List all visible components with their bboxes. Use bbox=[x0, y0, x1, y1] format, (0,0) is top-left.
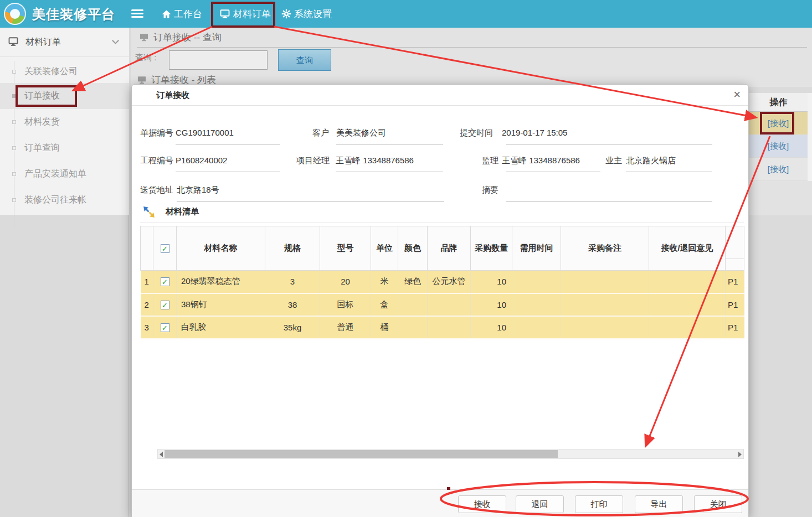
field-underline bbox=[506, 144, 712, 144]
sidebar-item-install-notice[interactable]: 产品安装通知单 bbox=[0, 161, 129, 187]
cell-brand bbox=[428, 316, 471, 339]
tree-node-icon bbox=[12, 198, 16, 202]
field-underline bbox=[336, 172, 443, 172]
field-value-address: 北京路18号 bbox=[177, 185, 219, 195]
material-table: ✓ 材料名称 规格 型号 单位 颜色 品牌 采购数量 需用时间 采购备注 接收/… bbox=[140, 226, 744, 339]
sidebar-item-related-companies[interactable]: 关联装修公司 bbox=[0, 59, 129, 85]
sidebar-group-material-order[interactable]: 材料订单 bbox=[0, 28, 129, 57]
col-brand: 品牌 bbox=[428, 226, 471, 271]
sidebar-item-company-accounts[interactable]: 装修公司往来帐 bbox=[0, 187, 129, 213]
operations-row: [接收] bbox=[749, 158, 808, 180]
brand-logo bbox=[4, 3, 26, 25]
nav-label: 系统设置 bbox=[294, 8, 332, 20]
cell-receive-opinion bbox=[649, 316, 726, 339]
divider bbox=[140, 223, 744, 223]
sidebar-item-label: 材料发货 bbox=[24, 116, 60, 128]
col-row-number bbox=[141, 226, 153, 271]
nav-label: 工作台 bbox=[174, 8, 202, 20]
query-button[interactable]: 查询 bbox=[278, 49, 331, 71]
dialog-title: 订单接收 bbox=[156, 90, 189, 101]
col-color: 颜色 bbox=[398, 226, 428, 271]
checkbox-checked-icon[interactable]: ✓ bbox=[161, 323, 169, 332]
order-receive-dialog: 订单接收 × 单据编号 CG1901170001 客户 美美装修公司 提交时间 … bbox=[131, 84, 749, 517]
horizontal-scrollbar[interactable] bbox=[157, 449, 744, 459]
tree-node-icon bbox=[12, 146, 16, 150]
col-model: 型号 bbox=[320, 226, 371, 271]
receive-button[interactable]: 接收 bbox=[458, 495, 506, 513]
sidebar-item-label: 订单查询 bbox=[24, 142, 60, 154]
field-label-manager: 项目经理 bbox=[296, 156, 330, 166]
cell-checkbox: ✓ bbox=[153, 316, 177, 339]
chevron-down-icon bbox=[112, 37, 119, 44]
scroll-left-icon[interactable] bbox=[160, 452, 163, 457]
material-list-icon bbox=[143, 206, 155, 218]
cell-model: 国标 bbox=[320, 293, 371, 316]
field-label-doc-no: 单据编号 bbox=[140, 128, 173, 138]
sidebar-item-order-query[interactable]: 订单查询 bbox=[0, 135, 129, 161]
close-button[interactable]: 关闭 bbox=[694, 495, 742, 513]
scroll-right-icon[interactable] bbox=[738, 452, 742, 457]
cell-purchase-note bbox=[561, 293, 649, 316]
cell-spec: 3 bbox=[265, 271, 320, 293]
table-edge-sliver bbox=[808, 93, 812, 181]
checkbox-checked-icon[interactable]: ✓ bbox=[161, 277, 169, 286]
cell-receive-opinion bbox=[649, 293, 726, 316]
nav-item-material-order[interactable]: 材料订单 bbox=[219, 0, 271, 28]
sidebar-item-label: 产品安装通知单 bbox=[24, 168, 86, 180]
return-button[interactable]: 退回 bbox=[516, 495, 564, 513]
field-label-customer: 客户 bbox=[312, 128, 329, 138]
field-value-project-no: P1608240002 bbox=[176, 156, 227, 165]
cell-unit: 桶 bbox=[371, 316, 398, 339]
col-overflow bbox=[726, 226, 744, 271]
receive-link[interactable]: [接收] bbox=[768, 118, 789, 128]
scrollbar-thumb[interactable] bbox=[165, 450, 558, 458]
field-label-supervisor: 监理 bbox=[482, 156, 498, 166]
field-label-summary: 摘要 bbox=[482, 185, 498, 195]
table-row: 1 ✓ 20绿翡翠稳态管 3 20 米 绿色 公元水管 10 P1 bbox=[141, 271, 744, 293]
cell-overflow: P1 bbox=[726, 316, 744, 339]
receive-link[interactable]: [接收] bbox=[768, 141, 789, 151]
cell-material-name: 20绿翡翠稳态管 bbox=[177, 271, 265, 293]
checkbox-checked-icon[interactable]: ✓ bbox=[161, 301, 169, 309]
export-button[interactable]: 导出 bbox=[635, 495, 683, 513]
field-value-doc-no: CG1901170001 bbox=[176, 128, 234, 137]
field-underline bbox=[626, 172, 712, 172]
nav-label: 材料订单 bbox=[233, 8, 271, 20]
field-label-project-no: 工程编号 bbox=[140, 156, 173, 166]
cell-purchase-note bbox=[561, 316, 649, 339]
cell-color bbox=[398, 316, 428, 339]
checkbox-checked-icon[interactable]: ✓ bbox=[161, 244, 169, 253]
monitor-icon bbox=[138, 33, 150, 42]
tree-node-icon bbox=[12, 70, 16, 74]
receive-link[interactable]: [接收] bbox=[768, 164, 789, 174]
field-value-customer: 美美装修公司 bbox=[336, 128, 386, 138]
query-heading-text: 订单接收 -- 查询 bbox=[153, 31, 222, 44]
sidebar-item-label: 装修公司往来帐 bbox=[24, 194, 86, 206]
cell-receive-opinion bbox=[649, 271, 726, 293]
nav-item-settings[interactable]: 系统设置 bbox=[281, 0, 332, 28]
query-input[interactable] bbox=[169, 50, 268, 70]
field-underline bbox=[506, 172, 600, 172]
cell-row-number: 3 bbox=[141, 316, 153, 339]
cell-color bbox=[398, 293, 428, 316]
monitor-icon bbox=[8, 37, 19, 46]
close-icon[interactable]: × bbox=[733, 88, 741, 101]
field-underline bbox=[177, 201, 444, 201]
sidebar-item-order-receive[interactable]: 订单接收 bbox=[0, 83, 129, 109]
divider bbox=[137, 47, 807, 48]
hamburger-menu-icon[interactable] bbox=[131, 9, 143, 18]
col-material-name: 材料名称 bbox=[177, 226, 265, 271]
nav-item-workbench[interactable]: 工作台 bbox=[162, 0, 202, 28]
cell-model: 普通 bbox=[320, 316, 371, 339]
cell-spec: 35kg bbox=[265, 316, 320, 339]
print-button[interactable]: 打印 bbox=[575, 495, 623, 513]
cell-purchase-note bbox=[561, 271, 649, 293]
cell-spec: 38 bbox=[265, 293, 320, 316]
brand-title: 美佳装修平台 bbox=[32, 6, 115, 23]
sidebar-group-label: 材料订单 bbox=[25, 37, 61, 48]
sidebar-item-material-ship[interactable]: 材料发货 bbox=[0, 109, 129, 135]
app-window: 美佳装修平台 工作台 材料订单 系统设置 材料订单 关联装修公司 bbox=[0, 0, 812, 517]
tree-node-icon bbox=[12, 94, 16, 98]
monitor-icon bbox=[136, 75, 147, 85]
field-value-submit-time: 2019-01-17 15:05 bbox=[502, 128, 567, 137]
